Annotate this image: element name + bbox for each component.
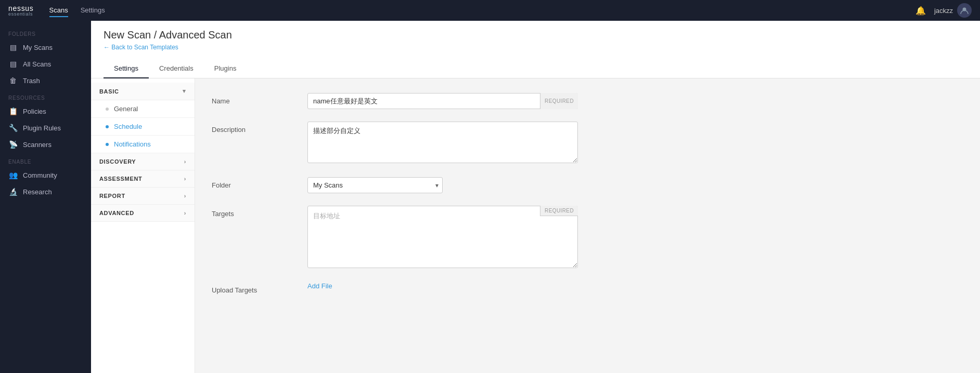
settings-panel: BASIC ▾ General Schedule Notifications D…	[91, 78, 195, 373]
topnav-links: Scans Settings	[49, 4, 915, 17]
main-content: New Scan / Advanced Scan ← Back to Scan …	[91, 21, 980, 373]
settings-group-basic[interactable]: BASIC ▾	[91, 83, 195, 100]
topnav-right: 🔔 jackzz	[915, 3, 972, 18]
nav-link-scans[interactable]: Scans	[49, 4, 68, 17]
logo[interactable]: nessus essentials	[8, 4, 34, 17]
page-header: New Scan / Advanced Scan ← Back to Scan …	[91, 21, 980, 78]
sidebar-label-policies: Policies	[23, 108, 46, 115]
my-scans-icon: ▤	[8, 43, 18, 51]
settings-group-discovery[interactable]: DISCOVERY ›	[91, 153, 195, 170]
back-to-templates-link[interactable]: ← Back to Scan Templates	[104, 44, 178, 51]
settings-item-notifications-label: Notifications	[114, 140, 151, 148]
tabs-bar: Settings Credentials Plugins	[104, 59, 968, 78]
folder-select-wrap: My Scans All Scans Trash ▾	[307, 177, 443, 193]
folder-select[interactable]: My Scans All Scans Trash	[307, 177, 443, 193]
targets-wrap: 目标地址 REQUIRED	[307, 206, 578, 270]
sidebar-label-all-scans: All Scans	[23, 60, 51, 68]
plugin-rules-icon: 🔧	[8, 124, 18, 132]
targets-textarea[interactable]: 目标地址	[307, 206, 578, 268]
sidebar: FOLDERS ▤ My Scans ▤ All Scans 🗑 Trash R…	[0, 21, 91, 373]
sidebar-label-community: Community	[23, 171, 57, 179]
form-panel: Name REQUIRED Description 描述部分自定义 Folder	[195, 78, 980, 373]
avatar	[957, 3, 972, 18]
topnav: nessus essentials Scans Settings 🔔 jackz…	[0, 0, 980, 21]
sidebar-label-trash: Trash	[23, 77, 40, 85]
research-icon: 🔬	[8, 188, 18, 196]
sidebar-item-policies[interactable]: 📋 Policies	[0, 103, 91, 119]
targets-label: Targets	[212, 206, 295, 218]
settings-group-advanced[interactable]: ADVANCED ›	[91, 205, 195, 222]
description-textarea[interactable]: 描述部分自定义	[307, 122, 578, 163]
general-dot-icon	[106, 108, 109, 111]
settings-group-report-label: REPORT	[99, 193, 125, 199]
folders-label: FOLDERS	[0, 25, 91, 39]
username-label: jackzz	[934, 7, 953, 15]
description-row: Description 描述部分自定义	[212, 122, 963, 165]
page-title: New Scan / Advanced Scan	[104, 29, 968, 41]
tab-plugins[interactable]: Plugins	[204, 59, 247, 78]
settings-group-assessment[interactable]: ASSESSMENT ›	[91, 170, 195, 188]
assessment-chevron-icon: ›	[184, 176, 186, 182]
community-icon: 👥	[8, 171, 18, 179]
sidebar-item-my-scans[interactable]: ▤ My Scans	[0, 39, 91, 56]
advanced-chevron-icon: ›	[184, 210, 186, 216]
settings-item-general-label: General	[114, 105, 138, 113]
description-control-wrap: 描述部分自定义	[307, 122, 578, 165]
sidebar-item-plugin-rules[interactable]: 🔧 Plugin Rules	[0, 119, 91, 136]
logo-subtext: essentials	[8, 11, 34, 17]
name-label: Name	[212, 93, 295, 105]
name-row: Name REQUIRED	[212, 93, 963, 109]
name-input-wrap: REQUIRED	[307, 93, 578, 109]
sidebar-label-plugin-rules: Plugin Rules	[23, 124, 61, 132]
all-scans-icon: ▤	[8, 60, 18, 68]
name-input[interactable]	[307, 93, 578, 109]
add-file-link[interactable]: Add File	[307, 282, 332, 290]
scanners-icon: 📡	[8, 140, 18, 149]
folder-control-wrap: My Scans All Scans Trash ▾	[307, 177, 578, 193]
settings-item-notifications[interactable]: Notifications	[91, 136, 195, 153]
sidebar-label-my-scans: My Scans	[23, 44, 53, 51]
sidebar-label-scanners: Scanners	[23, 141, 51, 149]
basic-chevron-icon: ▾	[183, 88, 186, 95]
sidebar-item-community[interactable]: 👥 Community	[0, 167, 91, 183]
resources-label: RESOURCES	[0, 89, 91, 103]
enable-label: ENABLE	[0, 153, 91, 167]
targets-control-wrap: 目标地址 REQUIRED	[307, 206, 578, 270]
settings-group-advanced-label: ADVANCED	[99, 210, 134, 216]
name-control-wrap: REQUIRED	[307, 93, 578, 109]
nav-link-settings[interactable]: Settings	[81, 4, 105, 17]
sidebar-item-research[interactable]: 🔬 Research	[0, 183, 91, 200]
notifications-dot-icon	[106, 143, 109, 146]
policies-icon: 📋	[8, 107, 18, 115]
tab-credentials[interactable]: Credentials	[149, 59, 204, 78]
targets-row: Targets 目标地址 REQUIRED	[212, 206, 963, 270]
description-label: Description	[212, 122, 295, 134]
upload-targets-row: Upload Targets Add File	[212, 282, 963, 294]
upload-targets-control-wrap: Add File	[307, 282, 578, 290]
settings-group-assessment-label: ASSESSMENT	[99, 176, 142, 182]
tab-settings[interactable]: Settings	[104, 59, 149, 78]
sidebar-label-research: Research	[23, 188, 52, 196]
content-area: BASIC ▾ General Schedule Notifications D…	[91, 78, 980, 373]
settings-item-general[interactable]: General	[91, 100, 195, 118]
upload-targets-label: Upload Targets	[212, 282, 295, 294]
sidebar-item-scanners[interactable]: 📡 Scanners	[0, 136, 91, 153]
settings-group-basic-label: BASIC	[99, 88, 119, 95]
report-chevron-icon: ›	[184, 193, 186, 199]
user-menu[interactable]: jackzz	[934, 3, 972, 18]
sidebar-item-trash[interactable]: 🗑 Trash	[0, 72, 91, 89]
folder-row: Folder My Scans All Scans Trash ▾	[212, 177, 963, 193]
discovery-chevron-icon: ›	[184, 158, 186, 165]
notification-bell-icon[interactable]: 🔔	[915, 6, 926, 16]
settings-group-report[interactable]: REPORT ›	[91, 188, 195, 205]
sidebar-item-all-scans[interactable]: ▤ All Scans	[0, 56, 91, 72]
trash-icon: 🗑	[8, 76, 18, 85]
settings-group-discovery-label: DISCOVERY	[99, 158, 136, 165]
settings-item-schedule-label: Schedule	[114, 123, 142, 130]
folder-label: Folder	[212, 177, 295, 189]
schedule-dot-icon	[106, 125, 109, 128]
settings-item-schedule[interactable]: Schedule	[91, 118, 195, 136]
